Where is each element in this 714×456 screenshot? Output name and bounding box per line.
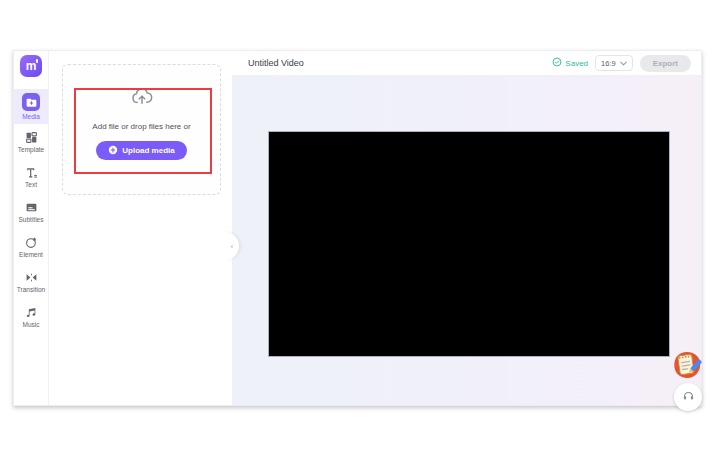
sidebar-item-label: Text [25, 181, 37, 188]
support-help-button[interactable] [674, 383, 702, 411]
text-icon [25, 166, 38, 179]
main-area: Untitled Video Saved 16:9 Export [232, 51, 701, 405]
headset-icon [682, 388, 695, 406]
sidebar-item-text[interactable]: Text [14, 159, 48, 194]
upload-dropzone[interactable]: Add file or drop files here or Upload me… [62, 64, 221, 195]
sidebar: m Media Template Text Subtitles [14, 51, 49, 405]
aspect-ratio-value: 16:9 [601, 59, 616, 68]
sidebar-item-label: Element [19, 251, 43, 258]
upload-media-button-label: Upload media [122, 146, 174, 155]
project-title[interactable]: Untitled Video [248, 58, 304, 68]
sidebar-item-label: Media [22, 113, 40, 120]
template-grid-icon [25, 131, 38, 144]
video-preview-frame[interactable] [268, 131, 670, 357]
save-status-label: Saved [565, 59, 588, 68]
sidebar-item-label: Subtitles [19, 216, 44, 223]
sidebar-item-template[interactable]: Template [14, 124, 48, 159]
plus-circle-icon [108, 145, 118, 157]
folder-plus-icon [22, 93, 40, 111]
cloud-upload-icon [130, 85, 154, 113]
dropzone-text: Add file or drop files here or [92, 122, 190, 131]
music-note-icon [25, 306, 38, 319]
app-logo-letter: m [26, 59, 37, 73]
sidebar-item-music[interactable]: Music [14, 299, 48, 334]
save-status: Saved [552, 57, 588, 69]
topbar-actions: Saved 16:9 Export [552, 55, 691, 72]
sidebar-item-element[interactable]: Element [14, 229, 48, 264]
sidebar-item-label: Template [18, 146, 44, 153]
upload-media-button[interactable]: Upload media [96, 141, 186, 160]
transition-icon [25, 271, 38, 284]
subtitles-icon [25, 201, 38, 214]
sidebar-item-label: Transition [17, 286, 45, 293]
sidebar-item-media[interactable]: Media [14, 89, 48, 124]
media-panel: Add file or drop files here or Upload me… [49, 51, 232, 405]
element-shapes-icon [25, 236, 38, 249]
feedback-memo-icon[interactable] [670, 348, 704, 382]
app-logo[interactable]: m [20, 55, 42, 77]
chevron-left-icon: ‹ [231, 243, 233, 250]
app-window: m Media Template Text Subtitles [13, 50, 702, 406]
aspect-ratio-dropdown[interactable]: 16:9 [595, 55, 633, 71]
sidebar-item-subtitles[interactable]: Subtitles [14, 194, 48, 229]
chevron-down-icon [620, 59, 627, 68]
check-circle-icon [552, 57, 562, 69]
export-button[interactable]: Export [640, 55, 691, 72]
sidebar-item-label: Music [23, 321, 40, 328]
topbar: Untitled Video Saved 16:9 Export [232, 51, 701, 76]
preview-canvas [232, 76, 701, 405]
sidebar-item-transition[interactable]: Transition [14, 264, 48, 299]
